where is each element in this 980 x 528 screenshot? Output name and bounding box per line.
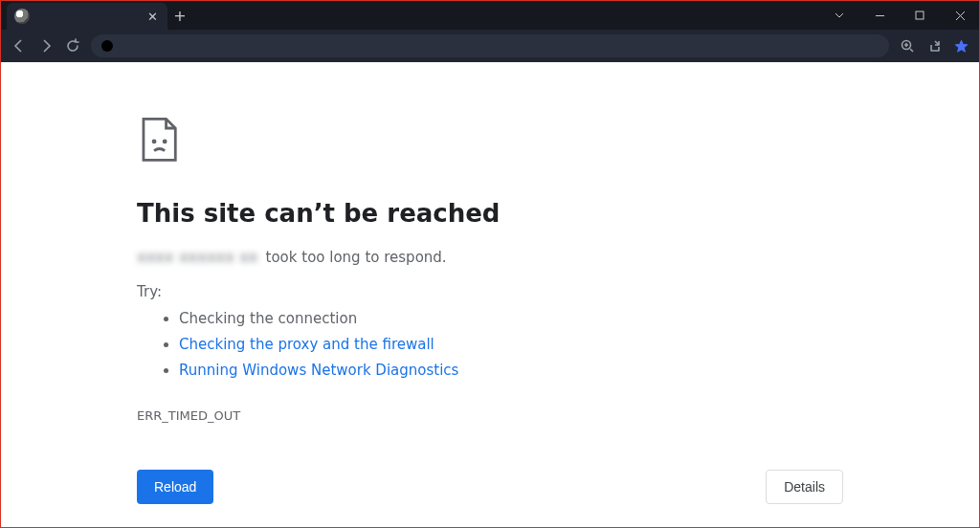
tab-favicon-icon (14, 9, 30, 24)
reload-button-icon[interactable] (64, 37, 81, 55)
proxy-firewall-link[interactable]: Checking the proxy and the firewall (179, 336, 434, 353)
browser-tab[interactable]: ✕ (7, 3, 167, 30)
back-button[interactable] (11, 37, 28, 55)
chevron-down-icon[interactable] (820, 1, 858, 30)
address-bar[interactable] (91, 34, 889, 57)
svg-point-4 (164, 141, 166, 143)
page-content: This site can’t be reached xxxx xxxxxx x… (1, 62, 979, 527)
svg-rect-0 (916, 11, 924, 19)
svg-point-1 (101, 40, 113, 52)
bookmark-star-icon[interactable] (952, 37, 969, 55)
close-window-button[interactable] (941, 1, 979, 30)
error-code: ERR_TIMED_OUT (137, 408, 843, 423)
suggestion-list: Checking the connection Checking the pro… (137, 306, 843, 384)
error-message: xxxx xxxxxx xx took too long to respond. (137, 249, 843, 266)
list-item: Checking the proxy and the firewall (179, 332, 843, 358)
title-bar: ✕ + (1, 1, 979, 30)
try-label: Try: (137, 283, 843, 300)
error-host-redacted: xxxx xxxxxx xx (137, 249, 258, 266)
forward-button[interactable] (37, 37, 55, 55)
maximize-button[interactable] (901, 1, 939, 30)
zoom-icon[interactable] (899, 37, 916, 55)
action-footer: Reload Details (137, 441, 843, 504)
share-icon[interactable] (925, 37, 943, 55)
browser-toolbar (1, 30, 979, 62)
network-diagnostics-link[interactable]: Running Windows Network Diagnostics (179, 362, 458, 379)
window-controls (820, 1, 979, 30)
minimize-button[interactable] (860, 1, 899, 30)
list-item: Checking the connection (179, 306, 843, 332)
site-info-icon[interactable] (100, 39, 114, 53)
error-message-tail: took too long to respond. (266, 249, 447, 266)
svg-point-3 (153, 141, 155, 143)
reload-button[interactable]: Reload (137, 470, 213, 504)
list-item: Running Windows Network Diagnostics (179, 358, 843, 384)
details-button[interactable]: Details (766, 470, 843, 504)
error-heading: This site can’t be reached (137, 199, 843, 228)
new-tab-button[interactable]: + (167, 3, 192, 30)
close-tab-icon[interactable]: ✕ (145, 10, 160, 24)
sad-folder-icon (137, 114, 843, 170)
